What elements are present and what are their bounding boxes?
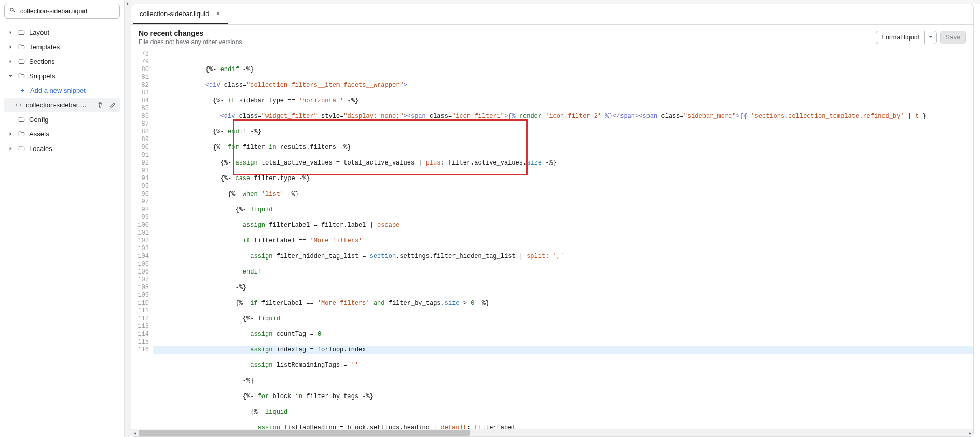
folder-label: Layout	[29, 29, 49, 36]
folder-locales[interactable]: Locales	[4, 141, 120, 156]
close-icon[interactable]: ×	[214, 10, 222, 17]
code-area[interactable]: {%- endif -%} <div class="collection-fil…	[153, 50, 973, 429]
folder-label: Sections	[29, 58, 55, 65]
search-input[interactable]	[19, 7, 115, 16]
scrollbar-thumb[interactable]	[139, 430, 470, 436]
tab-bar: collection-sidebar.liquid ×	[131, 4, 973, 25]
folder-icon	[18, 116, 25, 123]
format-dropdown[interactable]	[924, 31, 937, 44]
search-icon	[9, 7, 16, 16]
format-button[interactable]: Format liquid	[876, 31, 924, 44]
folder-icon	[18, 72, 25, 79]
folder-templates[interactable]: Templates	[4, 39, 120, 54]
folder-icon	[18, 145, 25, 152]
line-gutter: 7879808182838485868788899091929394959697…	[131, 50, 153, 429]
add-label: Add a new snippet	[30, 87, 86, 94]
file-sidebar: Layout Templates Sections Snippets + Add…	[0, 0, 125, 437]
folder-label: Config	[29, 116, 49, 124]
folder-snippets[interactable]: Snippets	[4, 69, 120, 83]
search-input-wrap[interactable]	[4, 4, 120, 19]
horizontal-scrollbar[interactable]: ◂ ▸	[131, 429, 973, 436]
tab-collection-sidebar[interactable]: collection-sidebar.liquid ×	[133, 4, 228, 24]
meta-subtitle: File does not have any other versions	[139, 38, 242, 46]
folder-icon	[18, 130, 25, 138]
folder-sections[interactable]: Sections	[4, 54, 120, 69]
chevron-right-icon	[7, 145, 13, 152]
folder-label: Snippets	[29, 72, 56, 80]
file-label: collection-sidebar.liquid	[26, 101, 88, 109]
plus-icon: +	[19, 87, 26, 94]
file-tree: Layout Templates Sections Snippets + Add…	[4, 22, 120, 156]
folder-assets[interactable]: Assets	[4, 127, 120, 141]
tab-label: collection-sidebar.liquid	[140, 10, 209, 18]
scroll-left-icon[interactable]: ◂	[131, 429, 139, 436]
folder-config[interactable]: Config	[4, 112, 120, 127]
file-collection-sidebar[interactable]: collection-sidebar.liquid	[4, 98, 120, 112]
file-meta-bar: No recent changes File does not have any…	[131, 25, 973, 50]
folder-label: Locales	[29, 145, 52, 153]
folder-icon	[18, 58, 25, 65]
folder-icon	[18, 29, 25, 36]
chevron-right-icon	[7, 29, 13, 35]
folder-layout[interactable]: Layout	[4, 25, 120, 39]
chevron-down-icon	[928, 34, 933, 39]
add-new-snippet[interactable]: + Add a new snippet	[4, 83, 120, 98]
meta-title: No recent changes	[139, 29, 242, 37]
format-button-group: Format liquid	[876, 31, 936, 44]
chevron-right-icon	[7, 58, 13, 64]
liquid-file-icon	[15, 101, 22, 108]
code-editor[interactable]: 7879808182838485868788899091929394959697…	[131, 50, 973, 429]
editor-panel: collection-sidebar.liquid × No recent ch…	[131, 0, 980, 437]
chevron-right-icon	[7, 44, 13, 50]
save-button[interactable]: Save	[940, 31, 967, 44]
scroll-right-icon[interactable]: ▸	[966, 429, 973, 436]
chevron-right-icon	[7, 131, 13, 137]
folder-label: Templates	[29, 43, 60, 51]
text-cursor	[366, 346, 366, 352]
folder-icon	[18, 43, 25, 50]
folder-label: Assets	[29, 130, 49, 138]
sidebar-resize-handle[interactable]	[125, 0, 131, 437]
delete-icon[interactable]	[96, 100, 104, 110]
rename-icon[interactable]	[108, 100, 117, 110]
chevron-down-icon	[7, 73, 13, 79]
